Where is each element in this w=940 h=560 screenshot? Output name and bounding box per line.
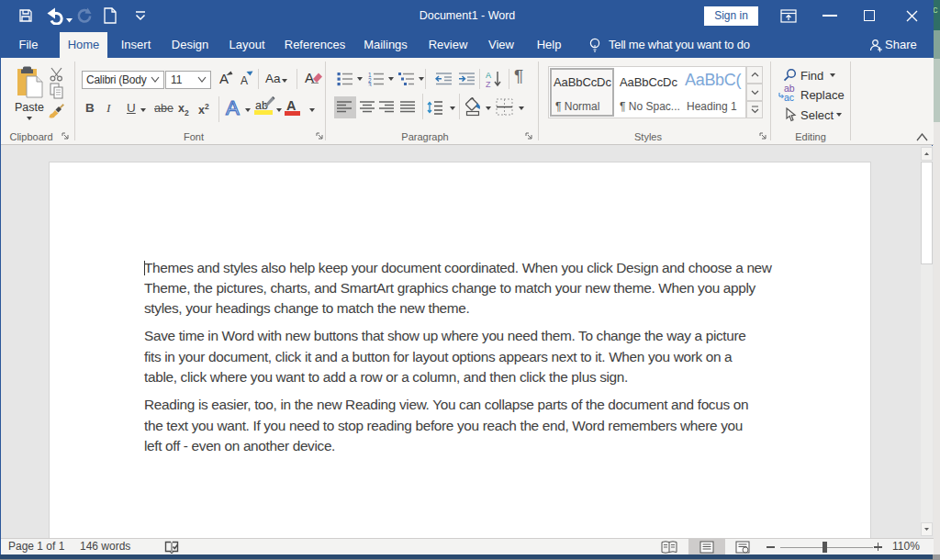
svg-text:3: 3 <box>368 82 372 86</box>
svg-text:Z: Z <box>486 80 491 89</box>
svg-text:A: A <box>486 71 491 80</box>
